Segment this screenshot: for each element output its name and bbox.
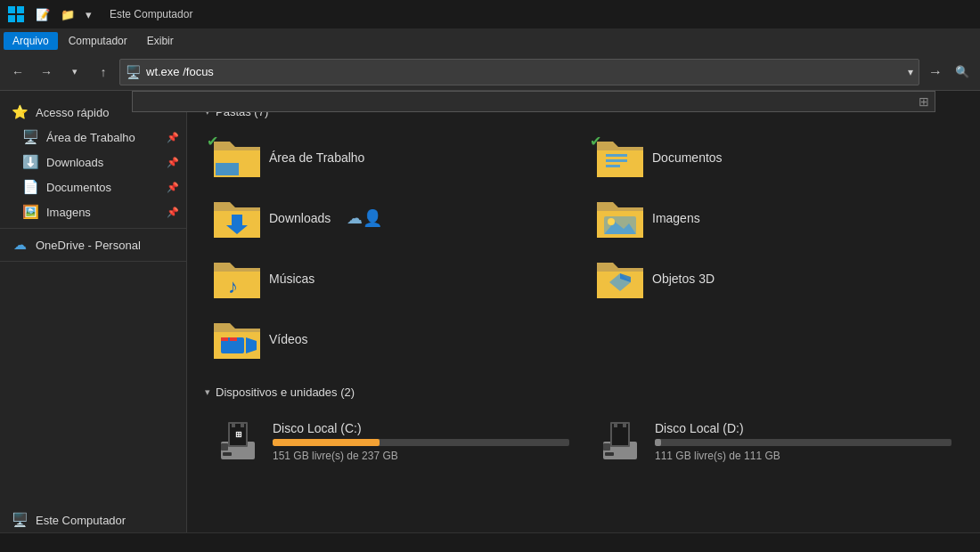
devices-grid: ⊞ Disco Local (C:) 151 GB livre(s) de 23…	[205, 410, 962, 474]
progress-bar-bg-d	[655, 439, 951, 446]
chevron-down-icon[interactable]: ▾	[82, 6, 95, 23]
device-name-c: Disco Local (C:)	[273, 421, 569, 435]
svg-rect-1	[17, 6, 24, 13]
svg-rect-46	[614, 422, 617, 427]
sidebar: ⭐ Acesso rápido 🖥️ Área de Trabalho 📌 ⬇️…	[0, 91, 187, 552]
svg-rect-49	[605, 452, 614, 456]
device-item-c[interactable]: ⊞ Disco Local (C:) 151 GB livre(s) de 23…	[205, 410, 580, 474]
folder-icon-videos	[214, 318, 260, 361]
devices-section-header: ▾ Dispositivos e unidades (2)	[205, 386, 962, 399]
svg-rect-47	[623, 422, 626, 427]
folder-icon-objetos3d	[597, 257, 643, 300]
menu-bar: Arquivo Computador Exibir	[0, 28, 980, 53]
progress-bar-fill-c	[273, 439, 380, 446]
recent-button[interactable]: ▾	[62, 60, 87, 85]
desktop-icon: 🖥️	[21, 129, 39, 145]
device-info-d: Disco Local (D:) 111 GB livre(s) de 111 …	[655, 421, 951, 462]
up-button[interactable]: ↑	[91, 60, 116, 85]
folder-item-objetos3d[interactable]: Objetos 3D	[588, 250, 962, 307]
pin-icon-desktop: 📌	[167, 132, 179, 143]
devices-chevron[interactable]: ▾	[205, 386, 210, 398]
folder-icon-musicas: ♪	[214, 257, 260, 300]
folder-item-documentos[interactable]: ✔ Documentos	[588, 129, 962, 186]
sidebar-item-label-documents: Documentos	[46, 181, 111, 194]
svg-rect-40	[223, 452, 232, 456]
sidebar-item-onedrive[interactable]: ☁ OneDrive - Personal	[0, 232, 186, 257]
documents-icon: 📄	[21, 179, 39, 195]
drive-icon-c: ⊞	[216, 418, 262, 465]
svg-rect-11	[606, 165, 620, 167]
star-icon: ⭐	[11, 104, 29, 120]
folder-item-musicas[interactable]: ♪ Músicas	[205, 250, 579, 307]
address-bar[interactable]: 🖥️ ▾	[119, 59, 919, 85]
content-area: ▾ Pastas (7) ✔ Área de Trabalho	[187, 91, 980, 552]
check-badge-docs: ✔	[590, 133, 601, 150]
folder-item-downloads[interactable]: Downloads ☁👤	[205, 190, 579, 247]
status-bar	[0, 532, 980, 552]
main-layout: ⭐ Acesso rápido 🖥️ Área de Trabalho 📌 ⬇️…	[0, 91, 980, 552]
sidebar-item-documents[interactable]: 📄 Documentos 📌	[0, 175, 186, 199]
svg-point-19	[608, 218, 615, 225]
progress-bar-fill-d	[655, 439, 661, 446]
cloud-user-icon-downloads: ☁👤	[347, 208, 382, 228]
svg-rect-32	[230, 337, 237, 341]
address-input[interactable]	[146, 65, 902, 78]
forward-button[interactable]: →	[34, 60, 59, 85]
windows-icon	[7, 5, 25, 23]
sidebar-item-downloads[interactable]: ⬇️ Downloads 📌	[0, 150, 186, 175]
folder-item-imagens[interactable]: Imagens	[588, 190, 962, 247]
folder-item-desktop[interactable]: ✔ Área de Trabalho	[205, 129, 579, 186]
svg-rect-39	[221, 443, 228, 451]
sidebar-divider-1	[0, 228, 186, 229]
device-space-c: 151 GB livre(s) de 237 GB	[273, 450, 569, 462]
folder-label-imagens: Imagens	[652, 211, 700, 225]
sidebar-divider-2	[0, 261, 186, 262]
menu-exibir[interactable]: Exibir	[138, 32, 183, 50]
menu-computador[interactable]: Computador	[60, 32, 136, 50]
address-dropdown: ⊞	[132, 91, 935, 112]
device-item-d[interactable]: Disco Local (D:) 111 GB livre(s) de 111 …	[587, 410, 962, 474]
folder-icon-downloads	[214, 197, 260, 239]
search-button[interactable]: 🔍	[950, 60, 975, 85]
notepad-icon[interactable]: 📝	[32, 6, 53, 23]
sidebar-item-label-desktop: Área de Trabalho	[46, 131, 135, 144]
sidebar-item-images[interactable]: 🖼️ Imagens 📌	[0, 199, 186, 224]
images-icon: 🖼️	[21, 204, 39, 220]
go-button[interactable]: →	[923, 60, 948, 85]
menu-arquivo[interactable]: Arquivo	[4, 32, 58, 50]
folder-icon-documentos: ✔	[597, 136, 643, 179]
svg-rect-6	[216, 163, 239, 175]
address-folder-icon: 🖥️	[126, 65, 141, 79]
folder-label-musicas: Músicas	[269, 272, 314, 286]
sidebar-item-thispc[interactable]: 🖥️ Este Computador	[0, 507, 187, 532]
device-space-d: 111 GB livre(s) de 111 GB	[655, 450, 951, 462]
pin-icon-documents: 📌	[167, 182, 179, 193]
folder-icon[interactable]: 📁	[57, 6, 78, 23]
folder-icon-desktop: ✔	[214, 136, 260, 179]
svg-rect-9	[606, 154, 627, 157]
toolbar-right: → 🔍	[923, 60, 975, 85]
folder-item-videos[interactable]: Vídeos	[205, 311, 579, 368]
sidebar-item-label-downloads: Downloads	[46, 156, 103, 169]
folder-icon-imagens	[597, 197, 643, 239]
svg-text:⊞: ⊞	[235, 430, 242, 439]
grid-icon: ⊞	[919, 94, 929, 109]
drive-icon-d	[598, 418, 644, 465]
progress-bar-bg-c	[273, 439, 569, 446]
svg-rect-3	[17, 15, 24, 22]
sidebar-item-label-images: Imagens	[46, 206, 91, 219]
svg-text:♪: ♪	[228, 275, 238, 297]
folder-label-documentos: Documentos	[652, 150, 723, 165]
folder-label-objetos3d: Objetos 3D	[652, 272, 715, 286]
sidebar-item-label-quick-access: Acesso rápido	[36, 106, 109, 119]
svg-rect-31	[221, 337, 228, 341]
folder-label-videos: Vídeos	[269, 332, 308, 346]
sidebar-quick-access-section: ⭐ Acesso rápido 🖥️ Área de Trabalho 📌 ⬇️…	[0, 100, 186, 224]
onedrive-icon: ☁	[11, 237, 29, 253]
sidebar-item-desktop[interactable]: 🖥️ Área de Trabalho 📌	[0, 125, 186, 150]
back-button[interactable]: ←	[5, 60, 30, 85]
device-name-d: Disco Local (D:)	[655, 421, 951, 435]
address-expand-button[interactable]: ▾	[908, 66, 913, 78]
quick-access-icons: 📝 📁 ▾	[32, 6, 95, 23]
sidebar-item-label-onedrive: OneDrive - Personal	[36, 239, 141, 252]
